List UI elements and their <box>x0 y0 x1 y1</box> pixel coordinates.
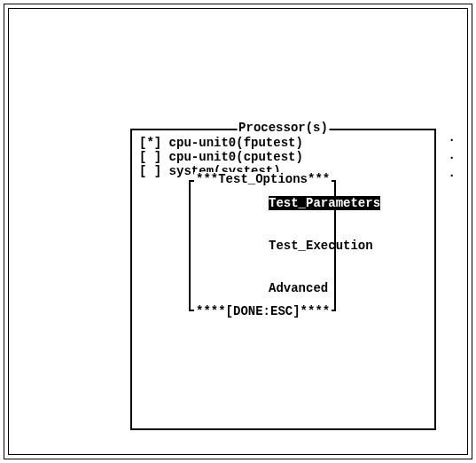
dot-icon: . <box>449 130 456 145</box>
test-options-menu: ***Test_Options*** Test_Parameters Test_… <box>189 180 336 311</box>
item-label: cpu-unit0(fputest) <box>161 136 303 150</box>
window-frame: Processor(s) [*] cpu-unit0(fputest) [ ] … <box>4 4 472 459</box>
menu-item-test-parameters[interactable]: Test_Parameters <box>194 182 331 224</box>
checkbox-icon[interactable]: [ ] <box>139 164 161 178</box>
panel-title: Processor(s) <box>237 121 330 135</box>
list-item[interactable]: [*] cpu-unit0(fputest) <box>139 136 427 150</box>
checkbox-icon[interactable]: [*] <box>139 136 161 150</box>
menu-item-advanced[interactable]: Advanced <box>194 267 331 310</box>
dot-icon: . <box>449 148 456 162</box>
dot-icon: . <box>449 166 456 180</box>
list-item[interactable]: [ ] cpu-unit0(cputest) <box>139 150 427 164</box>
menu-item-label: Test_Execution <box>269 239 373 253</box>
content-area: Processor(s) [*] cpu-unit0(fputest) [ ] … <box>130 129 436 430</box>
checkbox-icon[interactable]: [ ] <box>139 150 161 164</box>
menu-item-test-execution[interactable]: Test_Execution <box>194 224 331 267</box>
scroll-indicator: . . . <box>449 130 456 184</box>
processor-panel: Processor(s) [*] cpu-unit0(fputest) [ ] … <box>130 129 436 430</box>
submenu-footer: ****[DONE:ESC]**** <box>194 304 332 318</box>
item-label: cpu-unit0(cputest) <box>161 150 303 164</box>
submenu-title: ***Test_Options*** <box>194 172 332 186</box>
menu-item-label: Advanced <box>269 281 328 295</box>
menu-item-label: Test_Parameters <box>269 196 380 210</box>
